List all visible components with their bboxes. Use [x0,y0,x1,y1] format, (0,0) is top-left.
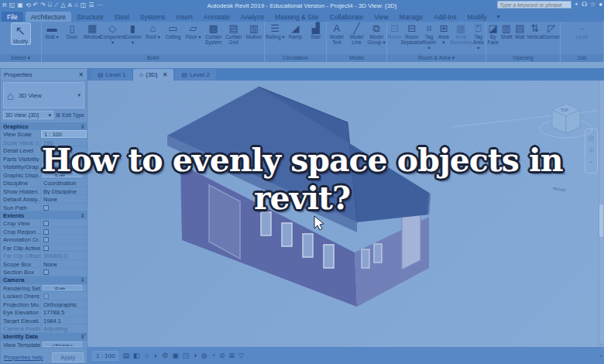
exchange-apps-icon[interactable]: ☊ [582,1,587,9]
reveal-constraints-icon[interactable]: ▽ [239,352,244,359]
properties-help-link[interactable]: Properties help [4,354,43,361]
curtain-system-button[interactable]: ▩Curtain System [204,22,224,45]
shadows-icon[interactable]: ◐ [154,352,158,359]
close-icon[interactable]: ✕ [163,71,168,78]
modify-button[interactable]: ↖Modify [11,22,31,45]
default-3d-view-icon[interactable]: ⌂ [74,2,78,9]
visibility-grap-value-button[interactable]: Edit... [43,163,82,170]
ribbon-tab-annotate[interactable]: Annotate [198,12,235,22]
vertical-scrollbar[interactable]: ˅ [599,81,604,347]
reveal-hidden-elements-icon[interactable]: ◔ [211,352,215,359]
navigation-bar[interactable]: ◍ ⊕ ▾ [585,129,598,173]
visual-style-icon[interactable]: ◧ [133,352,140,359]
sign-in-icon[interactable]: ● [599,1,602,9]
checkbox-crop-view[interactable] [43,221,49,226]
component-button[interactable]: ◇Component ▾ [102,22,122,45]
dormer-button[interactable]: ◸Dormer [543,22,560,39]
properties-scroll-down-icon[interactable]: ˅ [84,332,87,337]
ramp-button[interactable]: ◢Ramp [285,22,305,39]
revit-logo-icon[interactable]: R [2,2,7,9]
type-selector[interactable]: ⌂ 3D View ▾ [3,82,84,108]
text-icon[interactable]: A [68,2,72,9]
pin-icon[interactable]: ⊼ [81,277,84,283]
tag-area-button[interactable]: ⍞Tag Area ▾ [471,22,486,50]
model-line-button[interactable]: ╱Model Line [347,22,367,45]
section-icon[interactable]: ◫ [81,2,87,9]
ribbon-tab-modify[interactable]: Modify [462,12,492,22]
area-button[interactable]: ⊞Area ▾ [437,22,451,45]
ribbon-tab-add-ins[interactable]: Add-Ins [428,12,462,22]
aligned-dimension-icon[interactable]: △ [60,2,65,9]
open-icon[interactable]: ◱ [9,2,15,9]
tag-room-button[interactable]: ⌗Tag Room ▾ [422,22,437,50]
value-view-scale[interactable]: 1 : 100 [41,130,87,138]
floor-button[interactable]: ▱Floor ▾ [184,22,204,39]
shaft-button[interactable]: ▥Shaft [499,22,513,39]
view-tab-level-2[interactable]: ▤Level 2 [175,69,215,81]
mullion-button[interactable]: ▥Mullion [244,22,264,39]
scale-button[interactable]: 1 : 100 [92,351,118,361]
ribbon-tab-structure[interactable]: Structure [71,12,109,22]
detail-level-icon[interactable]: ▤ [122,352,129,359]
navbar-more-icon[interactable]: ▾ [590,159,592,164]
crop-view-icon[interactable]: ▣ [172,352,179,359]
temporary-hide-isolate-icon[interactable]: ◍ [201,352,208,359]
help-search-input[interactable] [497,1,571,9]
curtain-grid-button[interactable]: ▤Curtain Grid [224,22,244,45]
close-icon[interactable]: ✕ [78,71,84,78]
edit-type-button[interactable]: ⊞ Edit Type [56,112,84,118]
ribbon-tab-systems[interactable]: Systems [135,12,171,22]
zoom-icon[interactable]: ⊕ [589,146,595,154]
pin-icon[interactable]: ⊼ [81,124,84,129]
instance-selector[interactable]: 3D View: {3D}▾ [3,111,53,119]
checkbox-crop-region[interactable] [43,229,49,235]
redo-icon[interactable]: ↷ [40,2,46,9]
favorites-star-icon[interactable]: ☆ [590,1,595,9]
undo-icon[interactable]: ↶ [33,2,39,9]
modify-panel-caret-icon[interactable]: ▾ [492,12,505,22]
ribbon-tab-insert[interactable]: Insert [171,12,198,22]
rendering-set-value-button[interactable]: Edit... [43,285,82,291]
thin-lines-icon[interactable]: ☰ [88,2,94,9]
chevron-down-icon[interactable]: ▾ [77,92,81,98]
by-face-button[interactable]: ◪By Face [486,22,499,45]
vertical-scrollbar-thumb[interactable] [599,204,603,237]
checkbox-far-clip-active[interactable] [43,246,49,251]
displaced-elements-icon[interactable]: ⊞ [229,352,235,359]
steering-wheel-icon[interactable]: ◍ [589,134,595,142]
model-group-button[interactable]: ⧉Model Group ▾ [366,22,386,45]
customize-qat-icon[interactable]: ⋯ [97,2,103,9]
temporary-view-properties-icon[interactable]: ⊘ [219,352,225,359]
show-crop-region-icon[interactable]: ◳ [183,352,190,359]
print-icon[interactable]: ⌸ [48,2,52,9]
sun-path-icon[interactable]: ☼ [144,352,150,359]
measure-icon[interactable]: ⟋ [54,2,59,9]
ribbon-tab-architecture[interactable]: Architecture [26,12,71,22]
search-icon[interactable]: ⌖ [575,1,578,9]
room-separator-button[interactable]: ⊟Room Separator [402,22,422,45]
ribbon-tab-manage[interactable]: Manage [394,12,429,22]
column-button[interactable]: ▮Column ▾ [122,22,142,45]
ribbon-tab-analyze[interactable]: Analyze [235,12,269,22]
ribbon-tab-massing-site[interactable]: Massing & Site [269,12,324,22]
door-button[interactable]: ▯Door [62,22,82,39]
save-icon[interactable]: ▣ [17,2,23,9]
checkbox-section-box[interactable] [43,270,49,275]
scroll-right-arrow[interactable]: › [600,353,602,359]
wall-button[interactable]: ▬Wall ▾ [42,22,62,39]
ribbon-tab-steel[interactable]: Steel [109,12,135,22]
unlocked-view-icon[interactable]: ◖ [193,352,197,359]
roof-button[interactable]: ⌂Roof ▾ [142,22,163,39]
vertical-button[interactable]: ⇅Vertical [527,22,543,39]
graphic-displ-value-button[interactable]: Edit... [43,172,82,178]
wall-button[interactable]: ▤Wall [513,22,527,39]
apply-button[interactable]: Apply [52,352,84,362]
chevron-down-icon[interactable]: ▾ [49,112,52,118]
drawing-area[interactable]: TOP FRONT ◍ ⊕ ▾ ˅ [88,81,604,347]
ribbon-tab-collaborate[interactable]: Collaborate [324,12,369,22]
rendering-dialog-icon[interactable]: ⚙ [162,352,168,359]
ceiling-button[interactable]: ▭Ceiling [163,22,184,39]
ribbon-tab-file[interactable]: File [2,12,23,22]
view-template-value-button[interactable]: <None> [43,342,82,348]
pin-icon[interactable]: ⊼ [81,213,84,218]
